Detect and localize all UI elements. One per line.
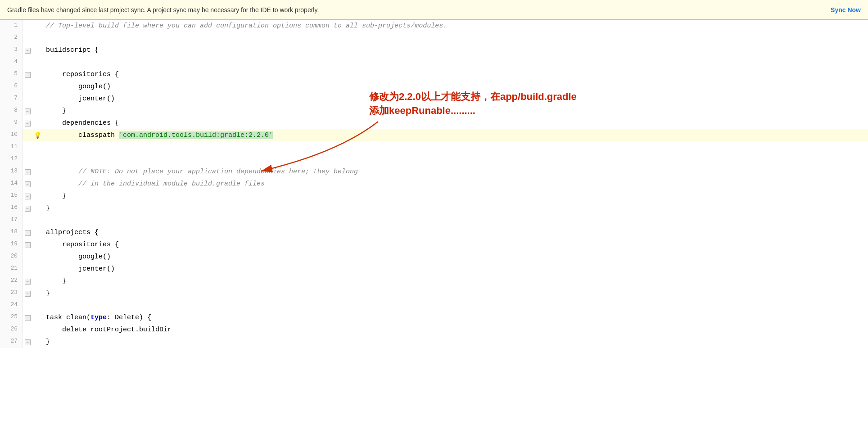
fold-gutter (23, 20, 32, 32)
fold-gutter[interactable]: − (23, 166, 32, 178)
fold-icon[interactable]: − (25, 339, 31, 345)
line-number: 26 (0, 324, 23, 336)
line-number: 6 (0, 81, 23, 93)
line-number: 12 (0, 154, 23, 166)
icon-placeholder (32, 190, 42, 202)
fold-gutter[interactable]: − (23, 105, 32, 117)
code-line: 26 delete rootProject.buildDir (0, 324, 868, 336)
icon-placeholder (32, 336, 42, 348)
icon-placeholder (32, 312, 42, 324)
fold-gutter[interactable]: − (23, 117, 32, 129)
code-line: 4 (0, 56, 868, 68)
code-content: task clean(type: Delete) { (42, 312, 868, 324)
line-number: 18 (0, 226, 23, 239)
icon-placeholder (32, 154, 42, 166)
fold-gutter[interactable]: − (23, 190, 32, 202)
code-line: 11 (0, 141, 868, 154)
code-content (42, 299, 868, 312)
icon-placeholder (32, 275, 42, 287)
fold-gutter[interactable]: − (23, 44, 32, 56)
notification-text: Gradle files have changed since last pro… (7, 6, 319, 14)
fold-icon[interactable]: − (25, 72, 31, 78)
code-content: google() (42, 251, 868, 263)
line-number: 27 (0, 336, 23, 348)
code-line: 19− repositories { (0, 239, 868, 251)
code-line: 3−buildscript { (0, 44, 868, 56)
fold-gutter[interactable]: − (23, 178, 32, 190)
line-number: 21 (0, 263, 23, 275)
icon-placeholder (32, 299, 42, 312)
fold-icon[interactable]: − (25, 121, 31, 127)
icon-placeholder (32, 287, 42, 299)
fold-icon[interactable]: − (25, 169, 31, 175)
icon-placeholder (32, 44, 42, 56)
line-number: 3 (0, 44, 23, 56)
line-number: 4 (0, 56, 23, 68)
icon-placeholder (32, 214, 42, 226)
line-number: 1 (0, 20, 23, 32)
line-number: 11 (0, 141, 23, 154)
fold-gutter[interactable]: − (23, 226, 32, 239)
code-line: 8− } (0, 105, 868, 117)
fold-gutter[interactable]: − (23, 336, 32, 348)
code-line: 12 (0, 154, 868, 166)
line-number: 20 (0, 251, 23, 263)
icon-placeholder (32, 226, 42, 239)
code-line: 14− // in the individual module build.gr… (0, 178, 868, 190)
code-line: 25−task clean(type: Delete) { (0, 312, 868, 324)
code-content (42, 154, 868, 166)
fold-gutter[interactable]: − (23, 287, 32, 299)
fold-icon[interactable]: − (25, 315, 31, 321)
fold-gutter[interactable]: − (23, 202, 32, 214)
fold-gutter (23, 154, 32, 166)
icon-placeholder (32, 56, 42, 68)
bulb-icon[interactable]: 💡 (32, 129, 42, 141)
fold-gutter[interactable]: − (23, 239, 32, 251)
fold-gutter (23, 214, 32, 226)
code-line: 21 jcenter() (0, 263, 868, 275)
fold-icon[interactable]: − (25, 230, 31, 236)
icon-placeholder (32, 117, 42, 129)
fold-icon[interactable]: − (25, 108, 31, 114)
line-number: 25 (0, 312, 23, 324)
fold-gutter[interactable]: − (23, 68, 32, 81)
code-line: 2 (0, 32, 868, 44)
fold-icon[interactable]: − (25, 181, 31, 187)
fold-icon[interactable]: − (25, 242, 31, 248)
icon-placeholder (32, 105, 42, 117)
code-line: 18−allprojects { (0, 226, 868, 239)
icon-placeholder (32, 141, 42, 154)
fold-icon[interactable]: − (25, 194, 31, 199)
fold-gutter[interactable]: − (23, 312, 32, 324)
code-line: 17 (0, 214, 868, 226)
fold-icon[interactable]: − (25, 206, 31, 212)
fold-icon[interactable]: − (25, 279, 31, 285)
line-number: 19 (0, 239, 23, 251)
code-line: 9− dependencies { (0, 117, 868, 129)
code-content: dependencies { (42, 117, 868, 129)
code-content (42, 141, 868, 154)
icon-placeholder (32, 251, 42, 263)
fold-gutter (23, 141, 32, 154)
code-container: 1// Top-level build file where you can a… (0, 20, 868, 348)
fold-gutter[interactable]: − (23, 275, 32, 287)
code-line: 27−} (0, 336, 868, 348)
code-line: 22− } (0, 275, 868, 287)
code-content: classpath 'com.android.tools.build:gradl… (42, 129, 868, 141)
fold-icon[interactable]: − (25, 48, 31, 54)
line-number: 2 (0, 32, 23, 44)
fold-gutter (23, 93, 32, 105)
line-number: 16 (0, 202, 23, 214)
fold-icon[interactable]: − (25, 291, 31, 297)
line-number: 23 (0, 287, 23, 299)
icon-placeholder (32, 263, 42, 275)
icon-placeholder (32, 178, 42, 190)
code-content (42, 56, 868, 68)
code-content: } (42, 336, 868, 348)
line-number: 10 (0, 129, 23, 141)
code-line: 15− } (0, 190, 868, 202)
icon-placeholder (32, 324, 42, 336)
fold-gutter (23, 129, 32, 141)
code-line: 1// Top-level build file where you can a… (0, 20, 868, 32)
sync-now-button[interactable]: Sync Now (831, 6, 861, 14)
